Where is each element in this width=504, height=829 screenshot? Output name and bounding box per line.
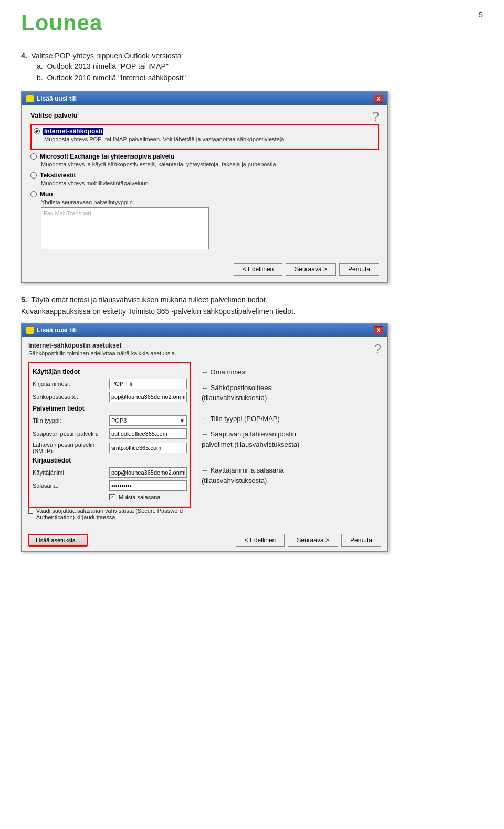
dialog2-back-button[interactable]: < Edellinen [236, 534, 285, 547]
annotation-2: ← Sähköpostiosoitteesi (tilausvahvistuks… [202, 383, 381, 403]
label-nimi: Kirjoita nimesi: [33, 381, 106, 387]
radio-label-1: Internet-sähköposti [43, 128, 103, 135]
input-saapuva[interactable] [109, 428, 187, 439]
annotation-4: ← Saapuvan ja lähtevän postin palvelimet… [202, 429, 381, 449]
select-tilintyyppi-value: POP3 [111, 417, 127, 424]
form-row-saapuva: Saapuvan postin palvelin: [33, 428, 187, 439]
dialog1-next-button[interactable]: Seuraava > [286, 263, 336, 276]
kayttajan-tiedot-title: Käyttäjän tiedot [33, 368, 187, 375]
dialog2-footer: Lisää asetuksia... < Edellinen Seuraava … [22, 530, 387, 551]
annotation-5: ← Käyttäjänimi ja salasana (tilausvahvis… [202, 465, 381, 486]
dialog2-subtitle: Internet-sähköpostin asetukset [28, 342, 176, 349]
step5-section: 5. Täytä omat tietosi ja tilausvahvistuk… [21, 296, 483, 316]
vaadi-checkbox[interactable] [28, 508, 33, 514]
dialog2-footer-buttons: < Edellinen Seuraava > Peruuta [236, 534, 381, 547]
label-salasana: Salasana: [33, 482, 106, 489]
vaadi-row: Vaadi suojattua salasanan vahvistusta (S… [28, 508, 191, 520]
logo-text: Lounea [21, 11, 102, 35]
vaadi-text: Vaadi suojattua salasanan vahvistusta (S… [36, 508, 191, 520]
dialog1-close-button[interactable]: X [374, 95, 383, 103]
radio-label-2: Microsoft Exchange tai yhteensopiva palv… [40, 153, 174, 160]
step5-text2: Kuvankaappauksissa on esitetty Toimisto … [21, 307, 483, 316]
dialog1-titlebar: Lisää uusi tili X [22, 92, 387, 105]
step5-text1: Täytä omat tietosi ja tilausvahvistuksen… [31, 296, 268, 304]
radio-circle-1 [34, 128, 40, 134]
radio-desc-4: Yhdistä seuraavaan palvelintyyppiin. [41, 199, 379, 205]
radio-label-3: Tekstiviestit [40, 172, 76, 179]
label-saapuva: Saapuvan postin palvelin: [33, 431, 106, 437]
input-salasana[interactable] [109, 480, 187, 491]
input-nimi[interactable] [109, 379, 187, 389]
dialog2-icon [26, 327, 34, 334]
muu-listbox[interactable]: Fax Mail Transport [41, 207, 209, 249]
sub-b-label: b. [37, 74, 43, 82]
dialog1-section-title: Valitse palvelu [30, 111, 78, 119]
kirjaustiedot-title: Kirjaustiedot [33, 457, 187, 464]
muista-salasana-label: Muista salasana [119, 494, 161, 500]
form-row-kayttajanimi: Käyttäjänimi: [33, 467, 187, 478]
dialog2-next-button[interactable]: Seuraava > [288, 534, 338, 547]
annotation-3: ← Tilin tyyppi (POP/MAP) [202, 414, 381, 424]
radio-option-muu[interactable]: Muu Yhdistä seuraavaan palvelintyyppiin.… [30, 191, 379, 249]
radio-circle-3 [30, 172, 37, 179]
radio-desc-1: Muodosta yhteys POP- tai IMAP-palvelimee… [44, 136, 376, 142]
dialog2: Lisää uusi tili X Internet-sähköpostin a… [21, 323, 388, 552]
select-tilintyyppi[interactable]: POP3 ▼ [109, 415, 187, 426]
label-kayttajanimi: Käyttäjänimi: [33, 469, 106, 476]
dialog2-left-column: Käyttäjän tiedot Kirjoita nimesi: Sähköp… [28, 362, 191, 524]
radio-option-tekstiviestit[interactable]: Tekstiviestit Muodosta yhteys mobiilivie… [30, 172, 379, 186]
radio-option-internet-sahkoposti[interactable]: Internet-sähköposti Muodosta yhteys POP-… [34, 128, 376, 142]
muista-salasana-row: ✓ Muista salasana [33, 494, 187, 500]
sub-a-label: a. [37, 62, 43, 70]
dialog2-columns: Käyttäjän tiedot Kirjoita nimesi: Sähköp… [28, 362, 381, 524]
radio-option-1-container: Internet-sähköposti Muodosta yhteys POP-… [30, 124, 379, 150]
form-row-nimi: Kirjoita nimesi: [33, 379, 187, 389]
dialog2-subdesc: Sähköpostitilin toiminen edellyttää näit… [28, 350, 176, 356]
form-row-tilintyyppi: Tilin tyyppi: POP3 ▼ [33, 415, 187, 426]
annotation-1: ← Oma nimesi [202, 367, 381, 377]
dialog1-footer: < Edellinen Seuraava > Peruuta [22, 259, 387, 282]
radio-desc-3: Muodosta yhteys mobiiliviestintäpalveluu… [41, 180, 379, 186]
input-kayttajanimi[interactable] [109, 467, 187, 478]
muista-salasana-checkbox[interactable]: ✓ [109, 494, 116, 500]
form-row-sahkoposti: Sähköpostiosoite: [33, 392, 187, 402]
label-lahteva: Lähtevän postin palvelin (SMTP): [33, 442, 106, 454]
dialog1: Lisää uusi tili X Valitse palvelu ? Inte… [21, 91, 388, 283]
form-row-salasana: Salasana: [33, 480, 187, 491]
radio-label-4: Muu [40, 191, 53, 198]
dialog2-close-button[interactable]: X [374, 326, 383, 334]
sub-b-text: Outlook 2010 nimellä "Internet-sähköpost… [47, 74, 185, 82]
form-row-lahteva: Lähtevän postin palvelin (SMTP): [33, 442, 187, 454]
select-arrow-icon: ▼ [180, 418, 185, 424]
dialog1-title: Lisää uusi tili [37, 95, 77, 102]
sub-a-text: Outlook 2013 nimellä "POP tai IMAP" [47, 62, 168, 70]
dialog2-titlebar: Lisää uusi tili X [22, 324, 387, 337]
dialog1-back-button[interactable]: < Edellinen [234, 263, 283, 276]
radio-circle-4 [30, 191, 37, 197]
logo: Lounea [21, 11, 483, 36]
dialog1-body: Valitse palvelu ? Internet-sähköposti Mu… [22, 105, 387, 259]
form-red-border: Käyttäjän tiedot Kirjoita nimesi: Sähköp… [28, 362, 191, 508]
dialog1-icon [26, 95, 34, 102]
step4-text: Valitse POP-yhteys riippuen Outlook-vers… [31, 51, 181, 60]
radio-desc-2: Muodosta yhteys ja käytä sähköpostiviest… [41, 161, 379, 167]
step4-label: 4. [21, 51, 27, 60]
lisaa-asetuksia-button[interactable]: Lisää asetuksia... [28, 534, 88, 547]
radio-option-exchange[interactable]: Microsoft Exchange tai yhteensopiva palv… [30, 153, 379, 167]
dialog2-right-column: ← Oma nimesi ← Sähköpostiosoitteesi (til… [196, 362, 381, 524]
input-sahkoposti[interactable] [109, 392, 187, 402]
dialog1-title-area: Lisää uusi tili [26, 95, 77, 102]
page-number: 5 [479, 11, 483, 19]
label-sahkoposti: Sähköpostiosoite: [33, 394, 106, 400]
dialog2-cancel-button[interactable]: Peruuta [341, 534, 381, 547]
dialog2-body: Internet-sähköpostin asetukset Sähköpost… [22, 337, 387, 530]
palvelimen-tiedot-title: Palvelimen tiedot [33, 405, 187, 412]
input-lahteva[interactable] [109, 443, 187, 453]
dialog2-title-area: Lisää uusi tili [26, 327, 77, 334]
dialog2-title: Lisää uusi tili [37, 327, 77, 334]
dialog2-help-icon[interactable]: ? [374, 342, 381, 356]
help-icon[interactable]: ? [372, 109, 379, 124]
step5-label: 5. [21, 296, 27, 304]
dialog1-cancel-button[interactable]: Peruuta [339, 263, 379, 276]
step4-instructions: 4. Valitse POP-yhteys riippuen Outlook-v… [21, 51, 483, 82]
